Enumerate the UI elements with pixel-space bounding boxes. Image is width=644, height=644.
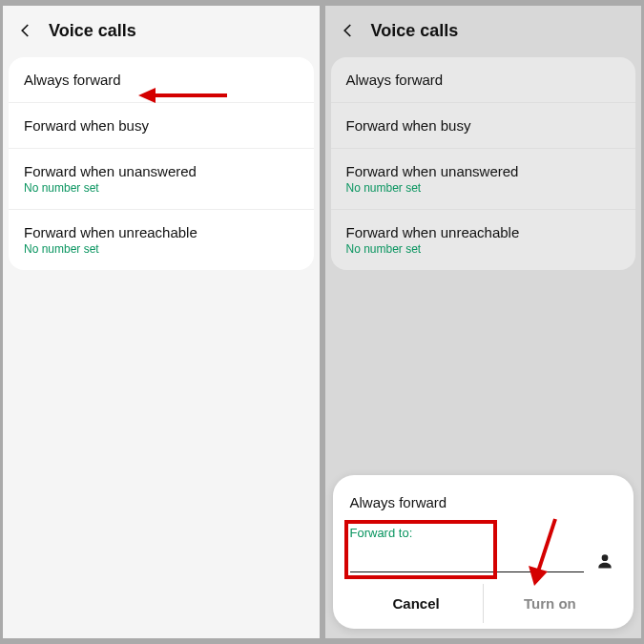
item-always-forward[interactable]: Always forward	[9, 57, 314, 103]
item-always-forward[interactable]: Always forward	[331, 57, 636, 103]
forward-number-input[interactable]	[350, 548, 585, 572]
item-forward-busy[interactable]: Forward when busy	[331, 103, 636, 149]
left-screen: Voice calls Always forward Forward when …	[3, 6, 320, 638]
svg-point-2	[602, 554, 609, 561]
turn-on-button[interactable]: Turn on	[484, 584, 616, 623]
right-screen: Voice calls Always forward Forward when …	[325, 6, 642, 638]
item-forward-unanswered[interactable]: Forward when unanswered No number set	[331, 149, 636, 210]
forwarding-list: Always forward Forward when busy Forward…	[9, 57, 314, 270]
item-forward-unanswered[interactable]: Forward when unanswered No number set	[9, 149, 314, 210]
item-forward-unreachable[interactable]: Forward when unreachable No number set	[331, 210, 636, 270]
back-icon[interactable]	[337, 19, 360, 42]
header: Voice calls	[3, 6, 320, 53]
page-title: Voice calls	[49, 21, 136, 41]
input-label: Forward to:	[350, 526, 585, 540]
modal-buttons: Cancel Turn on	[350, 584, 617, 623]
item-forward-unreachable[interactable]: Forward when unreachable No number set	[9, 210, 314, 270]
input-row: Forward to:	[350, 526, 617, 572]
cancel-button[interactable]: Cancel	[350, 584, 484, 623]
item-forward-busy[interactable]: Forward when busy	[9, 103, 314, 149]
input-wrap: Forward to:	[350, 526, 585, 572]
header: Voice calls	[325, 6, 642, 53]
contact-picker-icon[interactable]	[593, 550, 616, 572]
always-forward-modal: Always forward Forward to: Cancel Turn o…	[333, 475, 634, 629]
forwarding-list: Always forward Forward when busy Forward…	[331, 57, 636, 270]
back-icon[interactable]	[14, 19, 37, 42]
page-title: Voice calls	[371, 21, 459, 41]
modal-title: Always forward	[350, 494, 617, 510]
